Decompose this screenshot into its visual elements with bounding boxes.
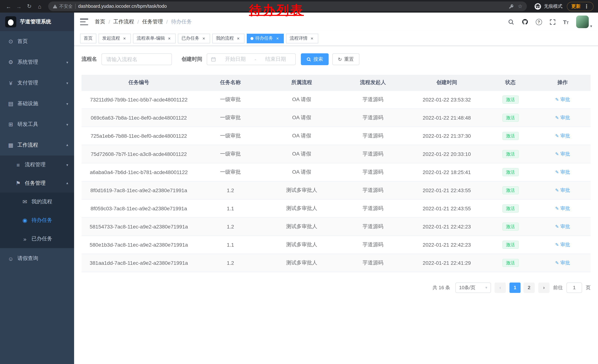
task-name-cell: 1.2 [196, 217, 265, 235]
app-logo[interactable]: 芋道管理系统 [0, 13, 74, 31]
chevron-down-icon: ▾ [485, 285, 487, 290]
table-row: 75d72608-7b7f-11ec-a3c8-acde48001122 一级审… [82, 145, 590, 163]
page-number-button[interactable]: 2 [523, 282, 535, 293]
sidebar-item-6[interactable]: ≡ 流程管理 ▾ [0, 155, 74, 174]
sidebar-item-4[interactable]: ⊞ 研发工具 ▾ [0, 114, 74, 135]
column-header: 所属流程 [265, 75, 339, 90]
approve-button[interactable]: ✎ 审批 [555, 259, 570, 266]
flag-icon: ⚑ [15, 180, 22, 187]
reload-icon[interactable]: ↻ [25, 1, 34, 11]
status-cell: 激活 [486, 145, 535, 163]
omnibox-divider [75, 4, 75, 9]
chevron-down-icon: ▾ [66, 143, 68, 147]
todo-task-table: 任务编号任务名称所属流程流程发起人创建时间状态操作 73211d9d-7b9b-… [82, 75, 590, 272]
warning-icon [53, 4, 58, 9]
breadcrumb-item[interactable]: 待办任务 [171, 18, 192, 25]
sidebar-item-8[interactable]: ✉ 我的流程 [0, 193, 74, 211]
approve-button[interactable]: ✎ 审批 [555, 241, 570, 248]
view-tab[interactable]: 流程表单-编辑 × [133, 33, 176, 43]
table-row: 8f0d1619-7ac8-11ec-a9e2-a2380e71991a 1.2… [82, 181, 590, 199]
action-cell: ✎ 审批 [535, 254, 590, 272]
close-icon[interactable]: × [275, 36, 280, 41]
back-icon[interactable]: ← [4, 1, 13, 11]
sidebar-item-9[interactable]: ◉ 待办任务 [0, 211, 74, 230]
task-table-header-row: 任务编号任务名称所属流程流程发起人创建时间状态操作 [82, 75, 590, 90]
help-icon[interactable]: ? [536, 19, 542, 25]
goto-page-input[interactable] [566, 282, 582, 293]
close-icon[interactable]: × [201, 36, 206, 41]
approve-button[interactable]: ✎ 审批 [555, 114, 570, 121]
action-cell: ✎ 审批 [535, 108, 590, 127]
view-tab[interactable]: 已办任务 × [178, 33, 210, 43]
task-name-cell: 一级审批 [196, 163, 265, 181]
task-name-cell: 一级审批 [196, 108, 265, 127]
security-warning[interactable]: 不安全 [53, 3, 73, 9]
close-icon[interactable]: × [122, 36, 127, 41]
view-tab[interactable]: 发起流程 × [99, 33, 131, 43]
fullscreen-icon[interactable] [549, 19, 556, 25]
approve-button[interactable]: ✎ 审批 [555, 169, 570, 175]
edit-icon: ✎ [555, 151, 559, 156]
created-time-cell: 2022-01-21 22:42:23 [407, 217, 486, 235]
view-tab[interactable]: 我的流程 × [212, 33, 245, 43]
process-cell: OA 请假 [265, 127, 339, 145]
approve-button[interactable]: ✎ 审批 [555, 132, 570, 139]
key-icon[interactable] [509, 4, 514, 9]
task-id-cell: 725a1eb6-7b88-11ec-8ef0-acde48001122 [82, 127, 196, 145]
breadcrumb: 首页/工作流程/任务管理/待办任务 [95, 18, 192, 25]
page-size-select[interactable]: 10条/页 ▾ [455, 282, 491, 293]
github-icon[interactable] [522, 18, 528, 25]
browser-menu-icon[interactable]: ⋮ [584, 3, 589, 9]
reset-button[interactable]: ↻ 重置 [332, 53, 359, 65]
font-size-icon[interactable]: TT [563, 19, 569, 25]
end-date-placeholder[interactable]: 结束日期 [260, 56, 291, 63]
sidebar-item-10[interactable]: » 已办任务 [0, 230, 74, 248]
sidebar-item-2[interactable]: ¥ 支付管理 ▾ [0, 73, 74, 93]
process-name-input[interactable] [101, 53, 172, 65]
date-range-picker[interactable]: 开始日期 - 结束日期 [207, 53, 296, 65]
prev-page-button[interactable]: ‹ [495, 282, 506, 293]
approve-button[interactable]: ✎ 审批 [555, 205, 570, 212]
breadcrumb-item[interactable]: 首页 [95, 18, 105, 25]
briefcase-icon: ▦ [8, 142, 14, 148]
sidebar-item-5[interactable]: ▦ 工作流程 ▾ [0, 135, 74, 155]
approve-button[interactable]: ✎ 审批 [555, 187, 570, 194]
incognito-badge: 无痕模式 [534, 3, 562, 10]
view-tab[interactable]: 待办任务 × [247, 33, 284, 43]
view-tab[interactable]: 首页 [80, 33, 96, 43]
breadcrumb-item[interactable]: 工作流程 [113, 18, 134, 25]
approve-button[interactable]: ✎ 审批 [555, 223, 570, 230]
close-icon[interactable]: × [236, 36, 241, 41]
user-menu[interactable]: ▾ [576, 16, 592, 28]
browser-update-button[interactable]: 更新 ⋮ [567, 2, 594, 11]
page-number-button[interactable]: 1 [509, 282, 521, 293]
start-date-placeholder[interactable]: 开始日期 [219, 56, 251, 63]
home-icon[interactable]: ⌂ [35, 1, 44, 11]
chevron-down-icon: ▾ [66, 102, 68, 106]
approve-button[interactable]: ✎ 审批 [555, 151, 570, 157]
created-time-cell: 2022-01-22 21:37:30 [407, 127, 486, 145]
close-icon[interactable]: × [309, 36, 315, 41]
sidebar-item-3[interactable]: ▤ 基础设施 ▾ [0, 93, 74, 114]
forward-icon[interactable]: → [14, 1, 24, 11]
view-tab[interactable]: 流程详情 × [286, 33, 318, 43]
sidebar-item-11[interactable]: ☺ 请假查询 [0, 248, 74, 269]
collapse-sidebar-icon[interactable] [80, 18, 88, 25]
close-icon[interactable]: × [167, 36, 172, 41]
edit-icon: ✎ [555, 187, 559, 193]
sidebar-item-0[interactable]: ⊙ 首页 [0, 31, 74, 52]
status-cell: 激活 [486, 199, 535, 217]
search-button[interactable]: 搜索 [301, 53, 329, 65]
process-cell: 测试多审批人 [265, 181, 339, 199]
status-cell: 激活 [486, 108, 535, 127]
search-icon[interactable] [508, 19, 514, 25]
status-badge: 激活 [502, 259, 519, 267]
next-page-button[interactable]: › [538, 282, 549, 293]
sidebar-item-1[interactable]: ⚙ 系统管理 ▾ [0, 52, 74, 73]
bookmark-star-icon[interactable]: ☆ [518, 3, 523, 9]
action-cell: ✎ 审批 [535, 90, 590, 108]
total-count: 共 16 条 [432, 284, 450, 291]
sidebar-item-7[interactable]: ⚑ 任务管理 ▾ [0, 174, 74, 193]
breadcrumb-item[interactable]: 任务管理 [142, 18, 163, 25]
approve-button[interactable]: ✎ 审批 [555, 96, 570, 103]
